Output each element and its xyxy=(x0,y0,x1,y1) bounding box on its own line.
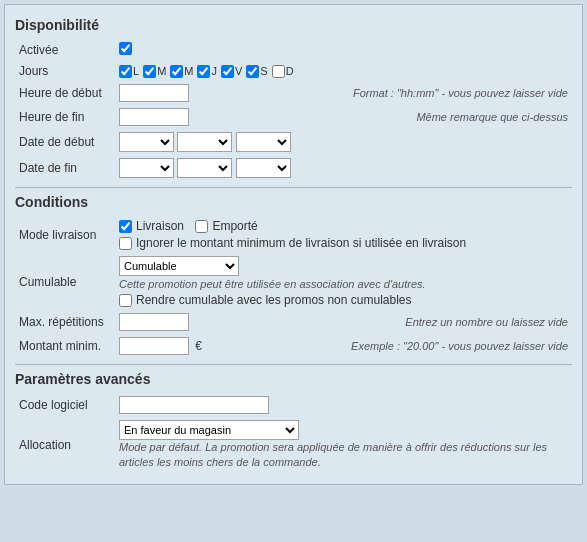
cumulable-note: Cette promotion peut être utilisée en as… xyxy=(119,278,568,290)
max-repetitions-input-cell xyxy=(115,310,247,334)
rendre-cumulable-label: Rendre cumulable avec les promos non cum… xyxy=(136,293,411,307)
code-logiciel-input[interactable] xyxy=(119,396,269,414)
day-D: D xyxy=(272,65,294,78)
day-L-checkbox[interactable] xyxy=(119,65,132,78)
day-D-checkbox[interactable] xyxy=(272,65,285,78)
section-conditions-title: Conditions xyxy=(15,194,572,210)
day-M2: M xyxy=(170,65,193,78)
activee-cell xyxy=(115,39,319,61)
date-fin-year-select[interactable] xyxy=(236,158,291,178)
date-debut-label: Date de début xyxy=(15,129,115,155)
day-S-label: S xyxy=(260,65,267,77)
day-M1-checkbox[interactable] xyxy=(143,65,156,78)
date-fin-hint xyxy=(319,155,572,181)
livraison-option1-label: Livraison xyxy=(136,219,184,233)
disponibilite-table: Activée Jours L M xyxy=(15,39,572,181)
day-J-checkbox[interactable] xyxy=(197,65,210,78)
date-fin-cell xyxy=(115,155,319,181)
ignorer-label: Ignorer le montant minimum de livraison … xyxy=(136,236,466,250)
day-M2-checkbox[interactable] xyxy=(170,65,183,78)
mode-livraison-label: Mode livraison xyxy=(15,216,115,253)
livraison-option2-label: Emporté xyxy=(212,219,257,233)
allocation-note: Mode par défaut. La promotion sera appli… xyxy=(119,440,568,471)
mode-livraison-cell: Livraison Emporté Ignorer le montant min… xyxy=(115,216,572,253)
day-L-label: L xyxy=(133,65,139,77)
heure-debut-label: Heure de début xyxy=(15,81,115,105)
date-debut-hint xyxy=(319,129,572,155)
heure-debut-input[interactable] xyxy=(119,84,189,102)
day-M1: M xyxy=(143,65,166,78)
cumulable-label: Cumulable xyxy=(15,253,115,310)
day-S: S xyxy=(246,65,267,78)
divider-2 xyxy=(15,364,572,365)
day-L: L xyxy=(119,65,139,78)
livraison-row: Livraison Emporté xyxy=(119,219,568,233)
divider-1 xyxy=(15,187,572,188)
day-M2-label: M xyxy=(184,65,193,77)
montant-minim-label: Montant minim. xyxy=(15,334,115,358)
days-row: L M M J V xyxy=(119,65,568,78)
max-repetitions-input[interactable] xyxy=(119,313,189,331)
code-logiciel-label: Code logiciel xyxy=(15,393,115,417)
montant-minim-input[interactable] xyxy=(119,337,189,355)
date-fin-label: Date de fin xyxy=(15,155,115,181)
day-D-label: D xyxy=(286,65,294,77)
date-fin-month-select[interactable] xyxy=(177,158,232,178)
section-parametres-title: Paramètres avancés xyxy=(15,371,572,387)
day-J: J xyxy=(197,65,217,78)
date-debut-year-select[interactable] xyxy=(236,132,291,152)
ignorer-checkbox[interactable] xyxy=(119,237,132,250)
activee-checkbox[interactable] xyxy=(119,42,132,55)
allocation-cell: En faveur du magasin En faveur du client… xyxy=(115,417,572,474)
day-S-checkbox[interactable] xyxy=(246,65,259,78)
heure-debut-hint: Format : "hh:mm" - vous pouvez laisser v… xyxy=(319,81,572,105)
heure-fin-hint: Même remarque que ci-dessus xyxy=(319,105,572,129)
heure-fin-input[interactable] xyxy=(119,108,189,126)
max-repetitions-hint: Entrez un nombre ou laissez vide xyxy=(247,310,572,334)
main-container: Disponibilité Activée Jours L xyxy=(4,4,583,485)
jours-label: Jours xyxy=(15,61,115,81)
date-debut-day-select[interactable] xyxy=(119,132,174,152)
day-V: V xyxy=(221,65,242,78)
ignorer-row: Ignorer le montant minimum de livraison … xyxy=(119,236,568,250)
section-disponibilite-title: Disponibilité xyxy=(15,17,572,33)
montant-minim-hint: Exemple : "20.00" - vous pouvez laisser … xyxy=(247,334,572,358)
day-J-label: J xyxy=(211,65,217,77)
activee-label: Activée xyxy=(15,39,115,61)
parametres-table: Code logiciel Allocation En faveur du ma… xyxy=(15,393,572,474)
conditions-table: Mode livraison Livraison Emporté Ignorer… xyxy=(15,216,572,358)
cumulable-cell: Cumulable Non cumulable Cette promotion … xyxy=(115,253,572,310)
day-V-label: V xyxy=(235,65,242,77)
rendre-row: Rendre cumulable avec les promos non cum… xyxy=(119,293,568,307)
day-V-checkbox[interactable] xyxy=(221,65,234,78)
heure-fin-input-cell xyxy=(115,105,319,129)
activee-hint xyxy=(319,39,572,61)
heure-fin-label: Heure de fin xyxy=(15,105,115,129)
allocation-select[interactable]: En faveur du magasin En faveur du client xyxy=(119,420,299,440)
day-M1-label: M xyxy=(157,65,166,77)
livraison-checkbox[interactable] xyxy=(119,220,132,233)
jours-cell: L M M J V xyxy=(115,61,572,81)
date-debut-cell xyxy=(115,129,319,155)
cumulable-select[interactable]: Cumulable Non cumulable xyxy=(119,256,239,276)
rendre-cumulable-checkbox[interactable] xyxy=(119,294,132,307)
date-debut-month-select[interactable] xyxy=(177,132,232,152)
max-repetitions-label: Max. répétitions xyxy=(15,310,115,334)
date-fin-day-select[interactable] xyxy=(119,158,174,178)
currency-symbol: € xyxy=(195,339,202,353)
allocation-label: Allocation xyxy=(15,417,115,474)
heure-debut-input-cell xyxy=(115,81,319,105)
emporte-checkbox[interactable] xyxy=(195,220,208,233)
montant-minim-input-cell: € xyxy=(115,334,247,358)
code-logiciel-cell xyxy=(115,393,572,417)
